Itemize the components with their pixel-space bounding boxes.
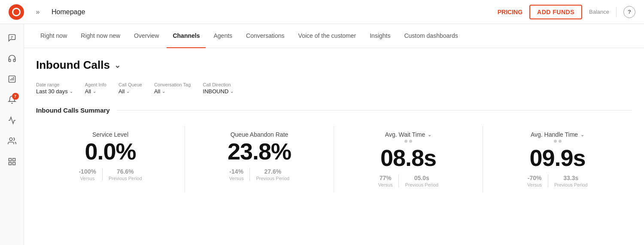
nav-tabs: Right now Right now new Overview Channel… <box>24 24 644 48</box>
sidebar: 7 <box>0 24 24 245</box>
filter-tag-text: All <box>154 88 160 95</box>
metric-wait-time-chevron-icon[interactable]: ⌄ <box>428 132 431 138</box>
filter-tag-value[interactable]: All ⌄ <box>154 88 191 95</box>
metric-abandon-rate-value: 23.8% <box>228 140 291 163</box>
page-title: Homepage <box>52 8 491 16</box>
filter-direction-text: INBOUND <box>203 88 228 95</box>
comparison-abandon-versus-label: Versus <box>229 176 244 181</box>
metric-abandon-rate-label: Queue Abandon Rate <box>231 131 289 138</box>
filter-direction-value[interactable]: INBOUND ⌄ <box>203 88 234 95</box>
metric-handle-time-dots <box>554 140 562 143</box>
tab-right-now-new[interactable]: Right now new <box>75 24 126 48</box>
logo-inner <box>12 8 21 16</box>
metric-service-level: Service Level 0.0% -100% Versus 76.6% Pr… <box>36 126 185 193</box>
filter-agent-chevron-icon: ⌄ <box>93 89 96 94</box>
comparison-wait-versus: 77% Versus <box>372 175 399 187</box>
filter-agent-label: Agent Info <box>85 82 106 87</box>
filter-date-range: Date range Last 30 days ⌄ <box>36 82 73 95</box>
expand-button[interactable]: » <box>31 5 45 19</box>
sidebar-item-chat[interactable] <box>3 29 21 46</box>
metric-handle-time-label-row: Avg. Handle Time ⌄ <box>531 131 584 138</box>
filter-date-value[interactable]: Last 30 days ⌄ <box>36 88 73 95</box>
summary-section: Inbound Calls Summary Service Level 0.0%… <box>36 107 632 193</box>
filter-date-chevron-icon: ⌄ <box>70 89 73 94</box>
svg-rect-9 <box>12 162 15 165</box>
summary-title: Inbound Calls Summary <box>36 107 110 114</box>
content-area: Right now Right now new Overview Channel… <box>24 24 644 245</box>
tab-overview[interactable]: Overview <box>128 24 165 48</box>
sidebar-item-analytics[interactable] <box>3 112 21 129</box>
sidebar-item-team[interactable] <box>3 132 21 150</box>
metric-wait-time-value: 08.8s <box>380 146 436 169</box>
filter-queue-chevron-icon: ⌄ <box>126 89 130 94</box>
comparison-handle-previous-value: 33.3s <box>563 175 578 181</box>
comparison-versus: -100% Versus <box>73 168 102 181</box>
filter-date-text: Last 30 days <box>36 88 68 95</box>
add-funds-button[interactable]: ADD FUNDS <box>529 5 582 19</box>
comparison-abandon-versus: -14% Versus <box>223 168 250 181</box>
pricing-link[interactable]: PRICING <box>498 9 522 15</box>
filter-tag-chevron-icon: ⌄ <box>162 89 165 94</box>
header-separator <box>616 7 617 17</box>
comparison-abandon-previous-value: 27.6% <box>264 168 281 175</box>
filter-agent-value[interactable]: All ⌄ <box>85 88 106 95</box>
metric-handle-time-comparisons: -70% Versus 33.3s Previous Period <box>521 175 593 187</box>
comparison-abandon-versus-value: -14% <box>229 168 243 175</box>
tab-agents[interactable]: Agents <box>207 24 238 48</box>
dot-2 <box>409 140 412 143</box>
comparison-previous-value: 76.6% <box>117 168 134 175</box>
header-right: PRICING ADD FUNDS Balance ? <box>498 5 635 19</box>
page-heading: Inbound Calls ⌄ <box>36 58 632 72</box>
comparison-previous-label: Previous Period <box>109 176 142 181</box>
dot-1 <box>404 140 407 143</box>
metric-service-level-label: Service Level <box>92 131 128 138</box>
dot-4 <box>559 140 562 143</box>
summary-divider <box>117 110 632 110</box>
svg-rect-8 <box>12 159 15 161</box>
metric-wait-time-dots <box>404 140 412 143</box>
tab-right-now[interactable]: Right now <box>34 24 73 48</box>
comparison-handle-versus-value: -70% <box>528 175 542 181</box>
sidebar-item-reports[interactable] <box>3 70 21 88</box>
tab-custom-dashboards[interactable]: Custom dashboards <box>398 24 464 48</box>
notification-badge: 7 <box>12 93 19 100</box>
filters-bar: Date range Last 30 days ⌄ Agent Info All… <box>36 82 632 95</box>
comparison-handle-versus-label: Versus <box>527 182 542 187</box>
logo <box>9 4 24 20</box>
filter-direction-chevron-icon: ⌄ <box>230 89 234 94</box>
filter-agent-info: Agent Info All ⌄ <box>85 82 106 95</box>
main-layout: 7 Right now <box>0 24 644 245</box>
metric-service-level-value: 0.0% <box>85 140 136 163</box>
metric-abandon-rate-comparisons: -14% Versus 27.6% Previous Period <box>223 168 295 181</box>
comparison-handle-previous: 33.3s Previous Period <box>548 175 594 187</box>
comparison-previous: 76.6% Previous Period <box>102 168 148 181</box>
metric-abandon-rate: Queue Abandon Rate 23.8% -14% Versus 27.… <box>185 126 334 193</box>
metric-service-level-comparisons: -100% Versus 76.6% Previous Period <box>73 168 148 181</box>
svg-point-6 <box>9 138 12 141</box>
filter-call-queue: Call Queue All ⌄ <box>118 82 142 95</box>
comparison-versus-label: Versus <box>80 176 95 181</box>
tab-insights[interactable]: Insights <box>364 24 396 48</box>
metrics-grid: Service Level 0.0% -100% Versus 76.6% Pr… <box>36 126 632 193</box>
metric-handle-time-chevron-icon[interactable]: ⌄ <box>580 132 584 138</box>
comparison-wait-previous: 05.0s Previous Period <box>398 175 444 187</box>
comparison-wait-versus-label: Versus <box>378 182 393 187</box>
filter-queue-value[interactable]: All ⌄ <box>118 88 142 95</box>
metric-wait-time: Avg. Wait Time ⌄ 08.8s 77% Versus <box>334 126 483 193</box>
sidebar-item-headset[interactable] <box>3 50 21 67</box>
summary-header: Inbound Calls Summary <box>36 107 632 114</box>
dot-3 <box>554 140 557 143</box>
metric-handle-time: Avg. Handle Time ⌄ 09.9s -70% Versus <box>483 126 632 193</box>
tab-channels[interactable]: Channels <box>167 24 206 48</box>
comparison-wait-previous-value: 05.0s <box>414 175 429 181</box>
sidebar-item-grid[interactable] <box>3 153 21 170</box>
filter-agent-text: All <box>85 88 91 95</box>
comparison-wait-versus-value: 77% <box>380 175 392 181</box>
comparison-handle-versus: -70% Versus <box>521 175 548 187</box>
heading-chevron-icon[interactable]: ⌄ <box>114 61 121 70</box>
sidebar-item-notifications[interactable]: 7 <box>3 91 21 108</box>
help-button[interactable]: ? <box>623 6 635 18</box>
tab-voice-of-customer[interactable]: Voice of the customer <box>292 24 362 48</box>
tab-conversations[interactable]: Conversations <box>240 24 291 48</box>
metric-handle-time-value: 09.9s <box>529 146 585 169</box>
